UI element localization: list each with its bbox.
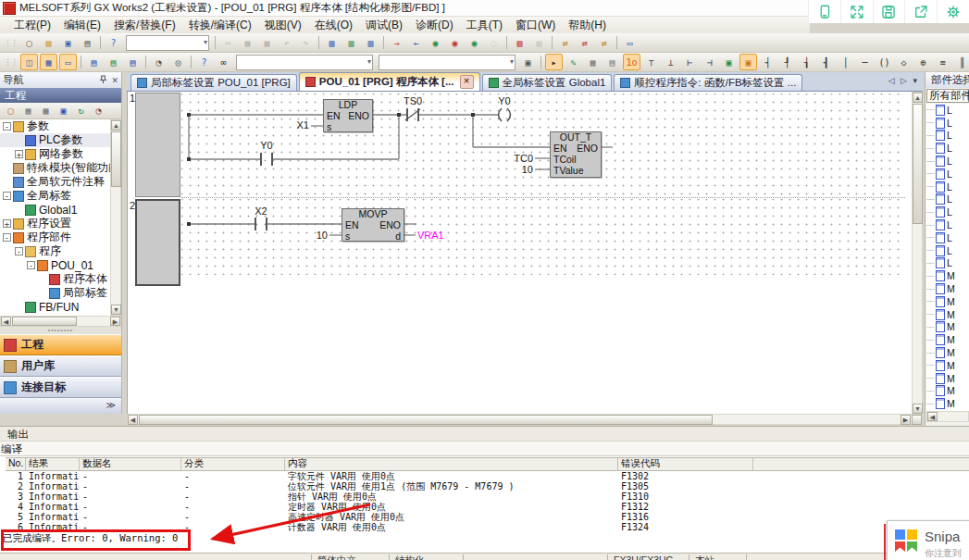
parts-list-item-22[interactable]: ┈┈M	[926, 385, 969, 398]
operand-vra1[interactable]: VRA1	[417, 230, 444, 241]
parts-horizontal-scrollbar[interactable]: ◀	[926, 411, 969, 422]
help2-icon[interactable]: ?	[195, 54, 213, 70]
parts-list-item-0[interactable]: ┈┈L	[926, 104, 969, 117]
menu-item-3[interactable]: 转换/编译(C)	[182, 17, 258, 33]
tree-item-2[interactable]: +网络参数	[0, 147, 110, 161]
menu-item-4[interactable]: 视图(V)	[258, 17, 308, 33]
output-table-row-3[interactable]: 3Information--指针 VAR用 使用0点F1310	[6, 492, 969, 502]
settings-gear-icon[interactable]	[937, 0, 969, 23]
parts-list-item-7[interactable]: ┈┈L	[926, 193, 969, 206]
parts-list-item-23[interactable]: ┈┈M	[926, 397, 969, 410]
coil-icon[interactable]: ()	[876, 54, 893, 70]
menu-item-5[interactable]: 在线(O)	[308, 17, 359, 33]
vertical-line-icon[interactable]: │	[837, 54, 854, 70]
share-icon[interactable]	[904, 0, 937, 23]
editor-vertical-scrollbar[interactable]: ▲ ▼	[912, 92, 923, 414]
network-add-below-icon[interactable]: ⊥	[662, 54, 679, 70]
menu-item-6[interactable]: 调试(B)	[359, 17, 409, 33]
paste-icon[interactable]: ▩	[258, 34, 276, 51]
editor-horizontal-scrollbar[interactable]: ◀ ▶	[127, 414, 923, 425]
device-format-icon[interactable]: ◔	[150, 54, 168, 70]
operand-tvalue-10[interactable]: 10	[500, 164, 533, 175]
fb-insert-icon[interactable]: ▣	[720, 54, 738, 70]
display-target-icon[interactable]: ▣	[519, 54, 537, 70]
tree-expand-icon[interactable]: -	[15, 247, 23, 255]
output-toggle-icon[interactable]: ▭	[59, 54, 77, 70]
parts-list-item-15[interactable]: ┈┈M	[926, 295, 969, 308]
toolbar-combobox[interactable]	[379, 55, 516, 70]
parts-list-item-18[interactable]: ┈┈M	[926, 333, 969, 346]
tree-item-0[interactable]: -参数	[0, 119, 110, 133]
menu-item-1[interactable]: 编辑(E)	[57, 17, 107, 33]
network-add-above-icon[interactable]: ⊤	[642, 54, 660, 70]
parts-list-item-16[interactable]: ┈┈M	[926, 308, 969, 321]
nav-expander-chevron[interactable]: ≫	[0, 398, 121, 414]
parts-list-item-2[interactable]: ┈┈L	[926, 130, 969, 143]
save-icon[interactable]	[873, 0, 905, 23]
output-table-row-4[interactable]: 4Information--定时器 VAR用 使用0点F1312	[6, 502, 969, 512]
monitor-pause-icon[interactable]: ◌	[485, 34, 503, 51]
close-icon[interactable]: ✕	[111, 76, 118, 85]
parts-list-item-8[interactable]: ┈┈L	[926, 205, 969, 218]
monitor-window-icon[interactable]: ▭	[621, 34, 639, 51]
tree-item-11[interactable]: 程序本体	[0, 272, 110, 286]
snipaste-toast[interactable]: Snipa 你注意到	[887, 520, 969, 560]
tree-item-12[interactable]: 局部标签	[0, 286, 110, 300]
nav-view-button-connection[interactable]: 连接目标	[0, 377, 121, 398]
function-block-out-t[interactable]: OUT_T ENENO TCoil TValue	[550, 131, 602, 178]
help-icon[interactable]: ?	[105, 34, 122, 51]
save-project-icon[interactable]: ▣	[59, 34, 77, 51]
binoculars-find-icon[interactable]: ∞	[215, 54, 232, 70]
redo-icon[interactable]: ↷	[297, 34, 315, 51]
nav-info-icon[interactable]: ▣	[56, 104, 71, 118]
parts-list-item-9[interactable]: ┈┈L	[926, 218, 969, 231]
parts-list-item-10[interactable]: ┈┈L	[926, 231, 969, 244]
read-from-plc-icon[interactable]: ←	[407, 34, 425, 51]
monitor-start-icon[interactable]: ◉	[427, 34, 444, 51]
rung-left-icon[interactable]: ⊢	[681, 54, 699, 70]
parts-list-item-12[interactable]: ┈┈L	[926, 257, 969, 270]
transfer-write-icon[interactable]: ⇄	[595, 34, 613, 51]
device-comment-icon[interactable]: ▥	[323, 34, 341, 51]
new-project-icon[interactable]: ▢	[20, 34, 38, 51]
device-label-toggle-icon[interactable]: 1o	[623, 54, 640, 70]
operand-y0-coil[interactable]: Y0	[488, 95, 521, 106]
closed-contact-icon[interactable]: ┦	[778, 54, 796, 70]
nav-copy-icon[interactable]: ▦	[20, 104, 36, 118]
toolbar-combobox[interactable]	[126, 35, 209, 51]
tree-item-7[interactable]: +程序设置	[0, 217, 110, 230]
tree-expand-icon[interactable]: +	[3, 219, 11, 228]
output-column-header-2[interactable]: 数据名	[80, 458, 181, 470]
nav-view-button-project[interactable]: 工程	[0, 334, 121, 355]
tree-expand-icon[interactable]: -	[3, 192, 11, 200]
operand-x1[interactable]: X1	[276, 119, 309, 131]
menu-item-0[interactable]: 工程(P)	[7, 17, 57, 33]
tree-item-9[interactable]: -程序	[0, 244, 110, 258]
output-table-row-2[interactable]: 2Information--位软元件 VAR用 使用1点 (范围 M7679 -…	[6, 481, 969, 492]
guided-mode-icon[interactable]: ▦	[584, 54, 602, 70]
transfer-setup-icon[interactable]: ⇄	[556, 34, 574, 51]
device-test-icon[interactable]: ▧	[511, 34, 528, 51]
document-tab-2[interactable]: 全局标签设置 Global1	[482, 74, 613, 91]
nav-refresh-icon[interactable]: ↻	[73, 104, 89, 118]
falling-contact-icon[interactable]: ┨	[817, 54, 835, 70]
nav-vertical-scrollbar[interactable]: ▲ ▼	[110, 119, 121, 316]
menu-item-8[interactable]: 工具(T)	[460, 17, 509, 33]
operand-tc0[interactable]: TC0	[500, 153, 533, 164]
document-tab-0[interactable]: 局部标签设置 POU_01 [PRG]	[130, 74, 297, 91]
tree-item-6[interactable]: Global1	[0, 203, 110, 217]
device-comment2-icon[interactable]: ▤	[85, 54, 103, 70]
transfer-read-icon[interactable]: ⇄	[576, 34, 593, 51]
tab-close-icon[interactable]: ✕	[460, 75, 474, 89]
cut-icon[interactable]: ✂	[219, 34, 237, 51]
tree-item-1[interactable]: PLC参数	[0, 133, 110, 147]
horizontal-line-icon[interactable]: ─	[856, 54, 874, 70]
fb-selection-toggle-icon[interactable]: ▦	[40, 54, 57, 70]
open-contact-icon[interactable]: ┤	[759, 54, 776, 70]
parts-list-item-3[interactable]: ┈┈L	[926, 142, 969, 155]
nav-view-button-user-library[interactable]: 用户库	[0, 355, 121, 377]
output-table-row-1[interactable]: 1Information--字软元件 VAR用 使用0点F1302	[6, 471, 969, 481]
nav-paste-icon[interactable]: ▩	[38, 104, 54, 118]
return-icon[interactable]: ≡	[934, 54, 951, 70]
ladder-canvas[interactable]: 1 2	[127, 92, 913, 414]
